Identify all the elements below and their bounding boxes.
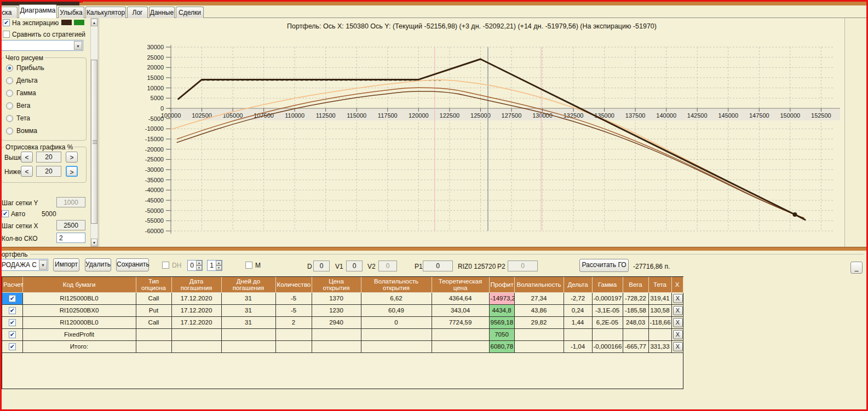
above-value-field[interactable]: 20 [36, 152, 61, 163]
below-increase-button[interactable]: > [66, 166, 78, 177]
above-label: Выше [4, 154, 22, 161]
p1-field[interactable]: 0 [423, 261, 453, 271]
col-header-type[interactable]: Тип опциона [136, 277, 171, 292]
row-delete-button[interactable]: X [673, 318, 683, 327]
sidebar-scrollbar[interactable]: ▲ ▼ [90, 18, 98, 247]
col-header-theta[interactable]: Тета [648, 277, 671, 292]
import-button[interactable]: Импорт [53, 258, 79, 271]
row-delete-button[interactable]: X [673, 294, 683, 303]
save-button[interactable]: Сохранить [116, 258, 149, 271]
col-header-date[interactable]: Дата погашения [171, 277, 221, 292]
spinner-1[interactable]: 0 ▲▼ [187, 260, 203, 271]
col-header-qty[interactable]: Количество [275, 277, 312, 292]
m-label: M [255, 262, 261, 269]
below-value-field[interactable]: 20 [36, 166, 61, 177]
scroll-down-icon[interactable]: ▼ [91, 239, 97, 246]
spin-down-icon[interactable]: ▼ [216, 265, 222, 270]
row-delete-button[interactable]: X [673, 306, 683, 315]
pnl-chart[interactable]: 1000001025001050001075001100001125001150… [99, 18, 845, 247]
auto-checkbox[interactable] [2, 210, 9, 217]
v2-field[interactable]: 0 [378, 261, 397, 271]
scrollbar-thumb[interactable] [91, 60, 97, 224]
spin-down-icon[interactable]: ▼ [196, 265, 202, 270]
col-header-vega[interactable]: Вега [623, 277, 648, 292]
chevron-down-icon[interactable]: ▼ [74, 41, 82, 50]
calc-cell[interactable] [2, 304, 22, 316]
tab-Улыбка[interactable]: Улыбка [58, 7, 84, 18]
m-checkbox[interactable] [245, 262, 252, 269]
cell-qty: -5 [275, 304, 312, 316]
radio-Прибыль[interactable] [6, 65, 13, 72]
radio-Вомма[interactable] [6, 128, 13, 135]
row-delete-button[interactable]: X [673, 342, 683, 351]
tab-Сделки[interactable]: Сделки [176, 7, 204, 18]
table-row: FixedProfit7050X [2, 328, 683, 340]
spinner-2[interactable]: 1 ▲▼ [207, 260, 222, 271]
spin-up-icon[interactable]: ▲ [196, 261, 202, 265]
chevron-down-icon[interactable]: ▼ [39, 260, 47, 270]
above-increase-button[interactable]: > [66, 152, 78, 163]
cell-days: 31 [221, 292, 275, 304]
col-header-delta[interactable]: Дельта [564, 277, 592, 292]
cell-code: RI120000BL0 [22, 316, 136, 328]
col-header-open_vol[interactable]: Волатильность открытия [361, 277, 432, 292]
grid-y-field[interactable]: 1000 [56, 197, 85, 207]
col-header-profit[interactable]: Профит [489, 277, 514, 292]
cell-vol [514, 340, 564, 352]
col-header-theo[interactable]: Теоретическая цена [432, 277, 489, 292]
svg-text:-50000: -50000 [145, 207, 164, 214]
tab-Данные[interactable]: Данные [149, 7, 175, 18]
tab-Лог[interactable]: Лог [127, 7, 148, 18]
cell-open_price [312, 328, 361, 340]
on-expiration-checkbox[interactable] [3, 19, 10, 26]
col-header-days[interactable]: Дней до погашения [221, 277, 275, 292]
calc-cell[interactable] [2, 340, 22, 352]
calc-cell[interactable] [2, 316, 22, 328]
minimize-button[interactable]: _ [850, 262, 863, 274]
svg-text:-55000: -55000 [145, 217, 164, 224]
cell-theo: 7724,59 [432, 316, 489, 328]
radio-Дельта[interactable] [6, 77, 13, 84]
sko-field[interactable]: 2 [56, 233, 85, 243]
strategy-combo[interactable]: ▼ [1, 40, 83, 51]
col-header-code[interactable]: Код бумаги [22, 277, 136, 292]
v1-field[interactable]: 0 [346, 261, 363, 271]
radio-Тета[interactable] [6, 115, 13, 122]
radio-Гамма[interactable] [6, 90, 13, 97]
dh-checkbox[interactable] [162, 262, 169, 269]
grid-y-label: Шаг сетки Y [2, 199, 38, 207]
delete-button[interactable]: Удалить [85, 258, 111, 271]
cell-delta: -1,04 [564, 340, 592, 352]
above-decrease-button[interactable]: < [21, 152, 33, 163]
row-delete-button[interactable]: X [673, 330, 683, 339]
col-header-vol[interactable]: Волатильность [514, 277, 564, 292]
cell-open_vol: 0 [361, 316, 432, 328]
profit-color-swatch[interactable] [74, 20, 84, 25]
calc-cell[interactable] [2, 328, 22, 340]
scroll-up-icon[interactable]: ▲ [91, 19, 97, 26]
dh-label: DH [172, 262, 181, 269]
portfolio-combo[interactable]: РОДАЖА С ▼ [0, 259, 48, 271]
d-field[interactable]: 0 [313, 261, 330, 271]
svg-text:20000: 20000 [147, 64, 164, 71]
col-header-open_price[interactable]: Цена открытия [312, 277, 361, 292]
col-header-calc[interactable]: Расчет [2, 277, 22, 292]
calc-cell[interactable] [2, 292, 22, 304]
col-header-x[interactable]: X [671, 277, 683, 292]
tab-оска[interactable]: оска [0, 7, 18, 18]
p2-field[interactable]: 0 [508, 261, 538, 271]
below-decrease-button[interactable]: < [21, 166, 33, 177]
cell-type [136, 340, 171, 352]
spin-up-icon[interactable]: ▲ [216, 261, 222, 265]
radio-Вега[interactable] [6, 102, 13, 109]
compare-strategy-checkbox[interactable] [3, 31, 10, 38]
grid-x-field[interactable]: 2500 [56, 220, 85, 230]
expiration-color-swatch[interactable] [61, 20, 72, 25]
col-header-gamma[interactable]: Гамма [592, 277, 623, 292]
calc-go-button[interactable]: Рассчитать ГО [579, 259, 629, 272]
below-label: Ниже [4, 168, 21, 176]
svg-text:15000: 15000 [147, 74, 164, 81]
tab-Калькулятор[interactable]: Калькулятор [85, 7, 126, 18]
tab-Диаграмма[interactable]: Диаграмма [19, 4, 57, 18]
p2-label: P2 [497, 263, 505, 270]
